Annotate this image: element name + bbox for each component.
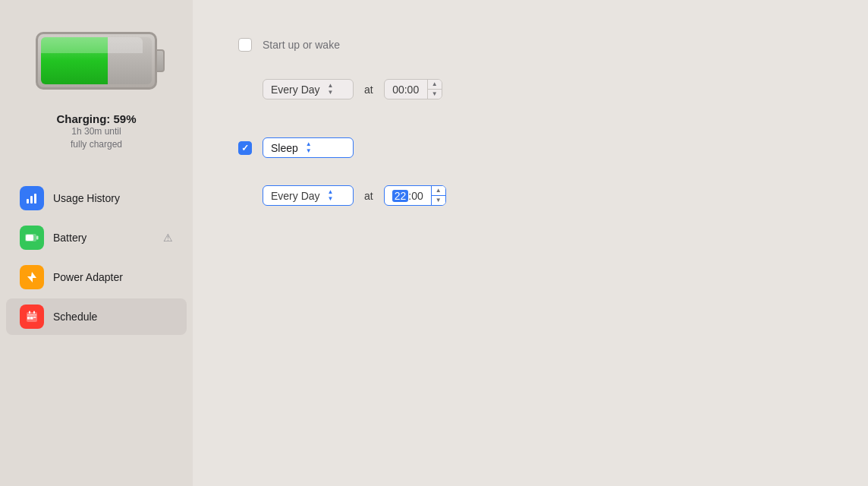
startup-time-down[interactable]: ▼ — [428, 90, 442, 99]
startup-row: Start up or wake — [238, 38, 822, 52]
startup-at-label: at — [364, 84, 373, 96]
sleep-time-down[interactable]: ▼ — [432, 196, 445, 205]
sleep-time-up[interactable]: ▲ — [432, 186, 445, 196]
svg-rect-8 — [27, 314, 36, 316]
sleep-at-label: at — [364, 190, 373, 202]
svg-rect-13 — [33, 311, 35, 314]
sleep-checkbox[interactable] — [238, 141, 252, 155]
sleep-day-chevrons: ▲ ▼ — [328, 189, 334, 202]
startup-time-up[interactable]: ▲ — [428, 80, 442, 90]
battery-nav-icon — [20, 226, 44, 250]
startup-time-input: 00:00 ▲ ▼ — [384, 79, 442, 99]
sleep-time-value: 22:00 — [385, 187, 431, 205]
startup-time-value: 00:00 — [385, 80, 427, 99]
power-adapter-icon — [20, 265, 44, 289]
charging-status: Charging: 59% 1h 30m until fully charged — [56, 112, 136, 151]
svg-rect-10 — [30, 317, 33, 320]
svg-rect-5 — [36, 235, 39, 239]
sleep-time-input: 22:00 ▲ ▼ — [384, 185, 446, 206]
startup-day-chevrons: ▲ ▼ — [328, 83, 334, 96]
startup-checkbox[interactable] — [238, 38, 252, 52]
sidebar-item-label-usage-history: Usage History — [53, 192, 120, 204]
startup-day-dropdown[interactable]: Every Day ▲ ▼ — [263, 79, 354, 99]
svg-rect-4 — [26, 235, 33, 241]
svg-marker-6 — [27, 272, 36, 282]
sidebar-item-battery[interactable]: Battery ⚠ — [6, 219, 187, 256]
sidebar-item-label-battery: Battery — [53, 232, 86, 244]
svg-rect-2 — [34, 194, 36, 204]
battery-terminal — [157, 49, 165, 72]
startup-controls: Every Day ▲ ▼ at 00:00 ▲ ▼ — [238, 79, 822, 99]
svg-rect-0 — [27, 199, 29, 204]
battery-icon — [36, 32, 157, 90]
battery-warning: ⚠ — [163, 232, 173, 244]
battery-icon-wrapper — [28, 23, 165, 99]
sleep-time-hours: 22 — [392, 190, 409, 202]
sidebar-item-usage-history[interactable]: Usage History — [6, 180, 187, 216]
sidebar-item-label-power-adapter: Power Adapter — [53, 271, 123, 283]
svg-rect-12 — [29, 311, 30, 314]
svg-rect-9 — [27, 317, 30, 320]
sidebar: Charging: 59% 1h 30m until fully charged… — [0, 0, 193, 486]
usage-history-icon — [20, 186, 44, 210]
sleep-chevrons: ▲ ▼ — [306, 141, 312, 154]
main-content: Start up or wake Every Day ▲ ▼ at 00:00 … — [193, 0, 868, 486]
startup-time-spinner: ▲ ▼ — [427, 80, 442, 99]
sleep-row: Sleep ▲ ▼ — [238, 137, 822, 158]
sidebar-item-label-schedule: Schedule — [53, 311, 97, 323]
startup-label: Start up or wake — [263, 39, 340, 51]
svg-rect-1 — [30, 196, 33, 204]
sleep-day-dropdown[interactable]: Every Day ▲ ▼ — [263, 185, 354, 206]
schedule-icon — [20, 305, 44, 329]
warning-icon: ⚠ — [163, 232, 173, 244]
sidebar-nav: Usage History Battery ⚠ Po — [0, 178, 193, 336]
charging-subtitle: 1h 30m until fully charged — [56, 125, 136, 151]
svg-rect-11 — [33, 317, 36, 318]
sleep-dropdown[interactable]: Sleep ▲ ▼ — [263, 137, 354, 158]
sidebar-item-schedule[interactable]: Schedule — [6, 298, 187, 335]
battery-fill — [41, 37, 108, 84]
sidebar-item-power-adapter[interactable]: Power Adapter — [6, 259, 187, 295]
battery-grey-fill — [108, 37, 152, 84]
sleep-controls: Every Day ▲ ▼ at 22:00 ▲ ▼ — [238, 185, 822, 206]
charging-title: Charging: 59% — [56, 112, 136, 125]
sleep-time-spinner: ▲ ▼ — [431, 186, 445, 205]
